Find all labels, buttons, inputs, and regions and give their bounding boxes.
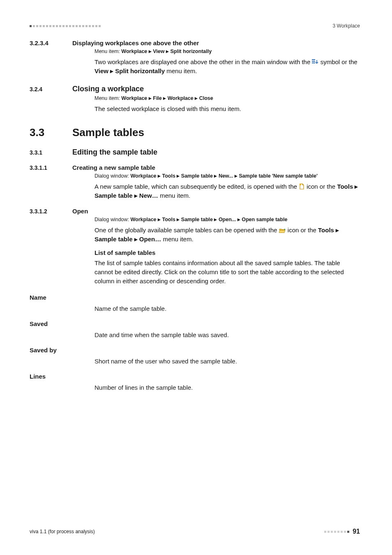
menu-path-value: Workplace ▸ Tools ▸ Sample table ▸ New..… — [131, 173, 318, 179]
para-text: icon or the — [307, 183, 337, 190]
open-folder-icon — [279, 228, 286, 233]
field-desc-saved: Date and time when the sample table was … — [30, 331, 360, 338]
para-text: Two workplaces are displayed one above t… — [95, 58, 312, 65]
menu-path-lead: Menu item: — [95, 49, 121, 54]
svg-rect-2 — [312, 62, 315, 63]
field-label-saved: Saved — [30, 320, 360, 327]
section-title: Editing the sample table — [72, 148, 360, 157]
footer-product-label: viva 1.1 (for process analysis) — [30, 529, 95, 534]
svg-point-3 — [300, 184, 301, 185]
field-label-name: Name — [30, 294, 360, 301]
para-bold: View ▸ Split horizontally — [95, 67, 165, 74]
para-text: menu item. — [165, 67, 197, 74]
header-section-label: 3 Workplace — [333, 23, 360, 29]
section-number: 3.3.1.1 — [30, 164, 72, 171]
heading-3-3-1-1: 3.3.1.1 Creating a new sample table — [30, 164, 360, 171]
heading-3-3-1-2: 3.3.1.2 Open — [30, 208, 360, 215]
menu-path-value: Workplace ▸ File ▸ Workplace ▸ Close — [121, 95, 213, 101]
menu-path-value: Workplace ▸ Tools ▸ Sample table ▸ Open.… — [131, 217, 288, 222]
menu-path: Menu item: Workplace ▸ View ▸ Split hori… — [95, 48, 360, 54]
para-text: menu item. — [158, 192, 190, 199]
section-title: Creating a new sample table — [72, 164, 360, 171]
heading-3-2-3-4: 3.2.3.4 Displaying workplaces one above … — [30, 39, 360, 46]
menu-path-lead: Menu item: — [95, 95, 121, 101]
menu-path-value: Workplace ▸ View ▸ Split horizontally — [121, 49, 212, 54]
section-number: 3.2.4 — [30, 86, 72, 92]
heading-3-3: 3.3 Sample tables — [30, 126, 360, 139]
paragraph: A new sample table, which can subsequent… — [95, 182, 360, 200]
para-text: A new sample table, which can subsequent… — [95, 183, 299, 190]
header-decor-bars — [30, 25, 101, 27]
heading-3-3-1: 3.3.1 Editing the sample table — [30, 148, 360, 157]
page-number: 91 — [353, 528, 360, 535]
para-text: One of the globally available sample tab… — [95, 227, 279, 234]
paragraph: One of the globally available sample tab… — [95, 226, 360, 244]
svg-rect-1 — [312, 61, 315, 62]
section-number: 3.3.1.2 — [30, 208, 72, 215]
menu-path: Menu item: Workplace ▸ File ▸ Workplace … — [95, 95, 360, 101]
field-label-lines: Lines — [30, 373, 360, 380]
svg-rect-0 — [312, 59, 315, 60]
field-desc-saved-by: Short name of the user who saved the sam… — [30, 358, 360, 365]
section-number: 3.3 — [30, 126, 72, 139]
field-label-saved-by: Saved by — [30, 347, 360, 354]
section-number: 3.3.1 — [30, 149, 72, 156]
section-number: 3.2.3.4 — [30, 39, 72, 46]
menu-path-lead: Dialog window: — [95, 217, 131, 222]
para-text: icon or the — [288, 227, 318, 234]
paragraph: The selected workplace is closed with th… — [95, 104, 360, 113]
section-title: Displaying workplaces one above the othe… — [72, 39, 360, 46]
section-title: Open — [72, 208, 360, 215]
field-desc-name: Name of the sample table. — [30, 305, 360, 312]
para-text: symbol or the — [321, 58, 357, 65]
footer-decor-bars — [324, 531, 349, 533]
section-title: Closing a workplace — [72, 85, 360, 93]
new-document-icon — [299, 183, 305, 190]
menu-path-lead: Dialog window: — [95, 173, 131, 179]
header: 3 Workplace — [30, 23, 360, 29]
menu-path: Dialog window: Workplace ▸ Tools ▸ Sampl… — [95, 173, 360, 179]
paragraph: The list of sample tables contains infor… — [95, 259, 360, 285]
split-horizontally-icon — [312, 59, 318, 65]
heading-3-2-4: 3.2.4 Closing a workplace — [30, 85, 360, 93]
page: 3 Workplace 3.2.3.4 Displaying workplace… — [0, 0, 392, 555]
field-desc-lines: Number of lines in the sample table. — [30, 384, 360, 391]
section-title: Sample tables — [72, 126, 360, 139]
para-text: menu item. — [161, 236, 193, 243]
list-heading: List of sample tables — [95, 249, 360, 256]
footer: viva 1.1 (for process analysis) 91 — [30, 528, 360, 535]
menu-path: Dialog window: Workplace ▸ Tools ▸ Sampl… — [95, 216, 360, 222]
paragraph: Two workplaces are displayed one above t… — [95, 58, 360, 76]
